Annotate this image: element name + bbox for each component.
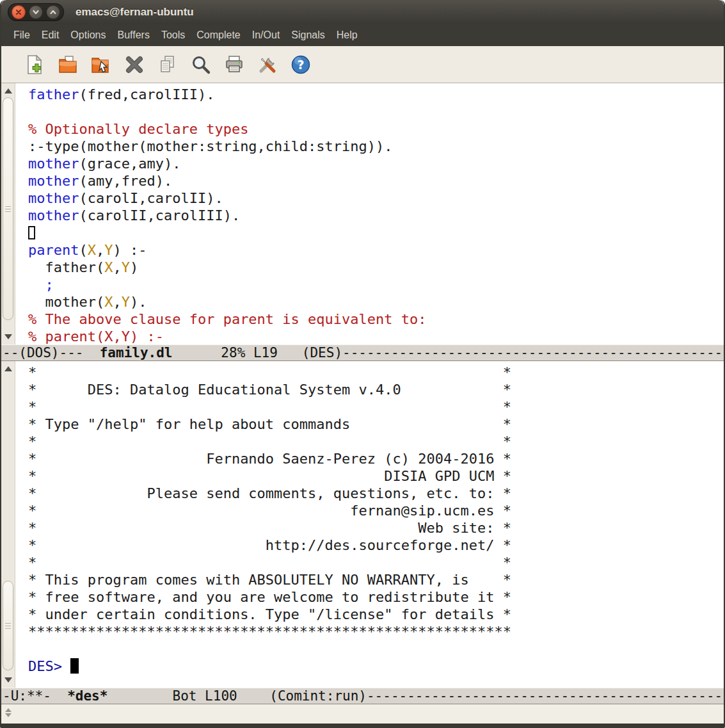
scroll-down-arrow[interactable] <box>5 713 12 717</box>
hollow-cursor <box>28 226 35 239</box>
help-icon: ? <box>290 54 312 76</box>
tools-icon <box>257 54 278 76</box>
emacs-window: emacs@fernan-ubuntu FileEditOptionsBuffe… <box>0 0 725 728</box>
repl-window: * ** DES: Datalog Educational System v.4… <box>1 361 724 688</box>
menu-item-tools[interactable]: Tools <box>155 24 191 46</box>
scroll-up-arrow[interactable] <box>4 88 12 93</box>
repl-line: * http://des.sourceforge.net/ * <box>28 537 724 554</box>
scroll-up-arrow[interactable] <box>4 366 12 371</box>
close-icon <box>15 8 22 16</box>
scrollbar-thumb[interactable] <box>3 97 13 320</box>
code-line: mother(amy,fred). <box>28 172 724 190</box>
code-line: mother(grace,amy). <box>28 155 724 172</box>
repl-line <box>28 640 724 658</box>
repl-line: * * <box>28 433 724 450</box>
copy-pages-icon <box>157 54 179 76</box>
code-line <box>28 103 724 120</box>
svg-text:?: ? <box>297 58 304 72</box>
menu-item-inout[interactable]: In/Out <box>246 24 286 46</box>
repl-line: * fernan@sip.ucm.es * <box>28 502 724 519</box>
code-line: % Optionally declare types <box>28 120 724 138</box>
toolbar: ? <box>1 46 724 83</box>
copy-button[interactable] <box>156 53 179 76</box>
code-line: :-type(mother(mother:string,child:string… <box>28 138 724 155</box>
code-line: % The above clause for parent is equival… <box>28 311 724 328</box>
thumb-grip-icon <box>5 623 11 629</box>
source-scrollbar[interactable] <box>1 83 15 344</box>
code-line: father(X,Y) <box>28 259 724 276</box>
code-line: % parent(X,Y) :- <box>28 328 724 344</box>
help-button[interactable]: ? <box>289 53 312 76</box>
folder-cursor-icon <box>90 54 112 76</box>
preferences-button[interactable] <box>256 53 279 76</box>
menu-item-help[interactable]: Help <box>331 24 363 46</box>
echo-area[interactable] <box>1 704 724 724</box>
menu-item-complete[interactable]: Complete <box>191 24 246 46</box>
repl-line: * * <box>28 398 724 416</box>
chevron-up-icon <box>49 8 57 16</box>
window-title: emacs@fernan-ubuntu <box>76 6 194 19</box>
source-window: father(fred,carolIII).% Optionally decla… <box>1 83 724 344</box>
window-buttons <box>8 3 64 21</box>
repl-line: * * <box>28 554 724 571</box>
new-file-icon <box>24 54 45 76</box>
repl-line: * DISIA GPD UCM * <box>28 467 724 485</box>
code-line <box>28 224 724 241</box>
repl-line: * Web site: * <box>28 519 724 537</box>
menu-item-options[interactable]: Options <box>65 24 111 46</box>
repl-line: * Type "/help" for help about commands * <box>28 416 724 433</box>
des-prompt: DES> <box>28 658 70 674</box>
close-buffer-button[interactable] <box>123 53 146 76</box>
open-folder-icon <box>57 54 79 76</box>
thumb-grip-icon <box>5 206 11 212</box>
repl-prompt-line: DES> <box>28 658 724 675</box>
repl-line: * Please send comments, questions, etc. … <box>28 485 724 502</box>
repl-line: * * <box>28 364 724 381</box>
code-line: mother(carolI,carolII). <box>28 190 724 207</box>
repl-line: * free software, and you are welcome to … <box>28 588 724 606</box>
search-icon <box>190 54 212 76</box>
repl-line: ****************************************… <box>28 623 724 640</box>
menubar: FileEditOptionsBuffersToolsCompleteIn/Ou… <box>1 24 724 46</box>
code-line: mother(carolII,carolIII). <box>28 207 724 224</box>
repl-scrollbar[interactable] <box>1 361 15 688</box>
scroll-up-arrow[interactable] <box>5 708 12 712</box>
code-line: parent(X,Y) :- <box>28 241 724 259</box>
close-x-icon <box>123 54 145 76</box>
search-button[interactable] <box>189 53 212 76</box>
block-cursor <box>70 658 79 674</box>
menu-item-edit[interactable]: Edit <box>36 24 65 46</box>
scroll-down-arrow[interactable] <box>4 334 12 339</box>
code-line: ; <box>28 276 724 293</box>
scroll-down-arrow[interactable] <box>4 677 12 683</box>
modeline-bottom: -U:**- *des* Bot L100 (Comint:run)------… <box>1 688 724 704</box>
repl-line: * DES: Datalog Educational System v.4.0 … <box>28 381 724 398</box>
source-text-area[interactable]: father(fred,carolIII).% Optionally decla… <box>15 83 724 344</box>
print-button[interactable] <box>223 53 246 76</box>
chevron-down-icon <box>32 8 40 16</box>
menu-item-signals[interactable]: Signals <box>285 24 330 46</box>
open-file-button[interactable] <box>56 53 79 76</box>
maximize-button[interactable] <box>46 5 60 19</box>
scrollbar-thumb[interactable] <box>3 581 13 670</box>
open-directory-button[interactable] <box>90 53 113 76</box>
repl-line: * This program comes with ABSOLUTELY NO … <box>28 571 724 588</box>
close-button[interactable] <box>12 5 26 19</box>
code-line: mother(X,Y). <box>28 293 724 311</box>
code-line: father(fred,carolIII). <box>28 86 724 103</box>
modeline-top: --(DOS)--- family.dl 28% L19 (DES)------… <box>1 344 724 361</box>
repl-line: * Fernando Saenz-Perez (c) 2004-2016 * <box>28 450 724 467</box>
repl-text-area[interactable]: * ** DES: Datalog Educational System v.4… <box>15 361 724 688</box>
repl-line: * under certain conditions. Type "/licen… <box>28 606 724 623</box>
new-file-button[interactable] <box>23 53 46 76</box>
menu-item-buffers[interactable]: Buffers <box>112 24 155 46</box>
minibuffer-scrollbar[interactable] <box>5 707 13 718</box>
titlebar: emacs@fernan-ubuntu <box>1 0 724 24</box>
printer-icon <box>223 54 245 76</box>
minimize-button[interactable] <box>29 5 43 19</box>
menu-item-file[interactable]: File <box>8 24 36 46</box>
